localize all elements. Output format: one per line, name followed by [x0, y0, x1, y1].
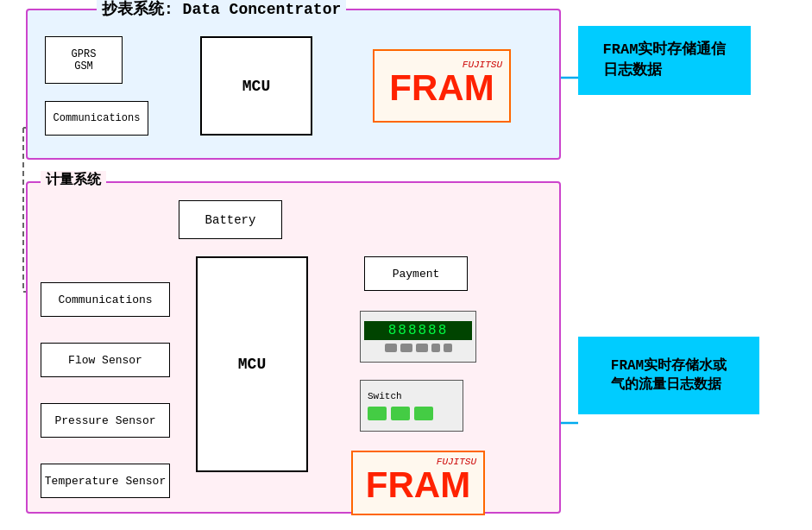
battery-box: Battery — [179, 200, 282, 239]
top-system-box: 抄表系统: Data Concentrator ((·)) GPRS GSM C… — [26, 9, 561, 160]
display-panel: 888888 — [360, 311, 476, 363]
switch-label: Switch — [368, 391, 402, 401]
flow-sensor-label: Flow Sensor — [68, 354, 142, 367]
pressure-sensor-box: Pressure Sensor — [41, 403, 170, 438]
top-mcu-box: MCU — [200, 36, 312, 136]
switch-box: Switch — [360, 380, 463, 432]
display-btn-2 — [400, 344, 412, 352]
top-system-title: 抄表系统: Data Concentrator — [97, 0, 346, 19]
display-digits: 888888 — [388, 323, 449, 338]
bottom-fram-info-box: FRAM实时存储水或 气的流量日志数据 — [578, 337, 759, 414]
display-buttons — [385, 344, 452, 352]
flow-sensor-box: Flow Sensor — [41, 343, 170, 377]
top-fram-label: FRAM — [389, 70, 494, 106]
bottom-fram-info-text: FRAM实时存储水或 气的流量日志数据 — [611, 356, 727, 395]
bottom-system-title: 计量系统 — [41, 171, 106, 189]
top-fram-info-box: FRAM实时存储通信 日志数据 — [578, 26, 751, 95]
temperature-sensor-box: Temperature Sensor — [41, 464, 170, 498]
bottom-fram-box: FUJITSU FRAM — [351, 451, 485, 515]
display-btn-3 — [416, 344, 428, 352]
switch-buttons — [368, 407, 433, 420]
bottom-comm-label: Communications — [58, 293, 152, 306]
bottom-communications-box: Communications — [41, 282, 170, 317]
temperature-sensor-label: Temperature Sensor — [45, 475, 166, 488]
pressure-sensor-label: Pressure Sensor — [54, 414, 155, 427]
payment-label: Payment — [393, 268, 440, 281]
switch-btn-3 — [414, 407, 433, 420]
gsm-label: GSM — [74, 60, 93, 73]
top-comm-label: Communications — [54, 112, 141, 124]
switch-btn-2 — [391, 407, 410, 420]
top-fram-box: FUJITSU FRAM — [373, 49, 511, 123]
bottom-mcu-label: MCU — [238, 356, 266, 373]
diagram-container: 抄表系统: Data Concentrator ((·)) GPRS GSM C… — [0, 0, 812, 530]
display-btn-4 — [431, 344, 440, 352]
bottom-fram-label: FRAM — [366, 467, 470, 503]
display-btn-1 — [385, 344, 397, 352]
gprs-label: GPRS — [72, 48, 97, 60]
top-mcu-label: MCU — [242, 78, 270, 95]
bottom-mcu-box: MCU — [196, 256, 308, 472]
top-fram-info-text: FRAM实时存储通信 日志数据 — [603, 40, 727, 81]
bottom-system-box: 计量系统 Battery MCU Communications Flow Sen… — [26, 181, 561, 514]
payment-box: Payment — [364, 256, 468, 291]
switch-btn-1 — [368, 407, 387, 420]
gprs-gsm-box: GPRS GSM — [45, 36, 123, 84]
battery-label: Battery — [205, 213, 256, 227]
display-screen: 888888 — [364, 321, 472, 340]
top-communications-box: Communications — [45, 101, 148, 136]
display-btn-5 — [444, 344, 452, 352]
